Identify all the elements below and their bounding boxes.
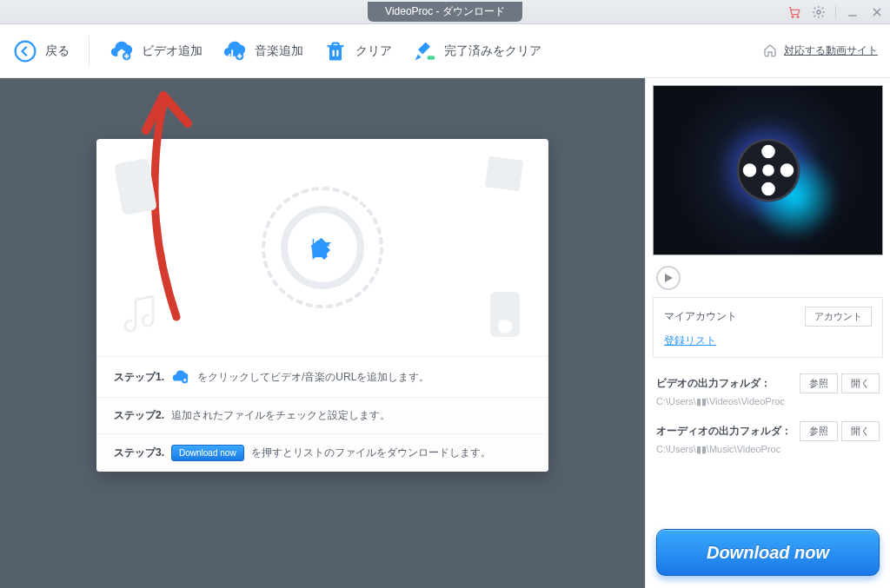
svg-point-22: [780, 163, 794, 177]
brush-icon: [411, 38, 437, 64]
register-list-link[interactable]: 登録リスト: [664, 334, 716, 347]
output-audio-section: オーディオの出力フォルダ： 参照 開く C:\Users\▮▮\Music\Vi…: [646, 413, 890, 460]
svg-point-18: [762, 164, 774, 176]
step-3: ステップ3. Download now を押すとリストのファイルをダウンロードし…: [96, 433, 548, 472]
ghost-phone-icon: [114, 156, 166, 217]
steps-list: ステップ1. をクリックしてビデオ/音楽のURLを追加します。 ステップ2. 追…: [96, 356, 548, 472]
step2-text: 追加されたファイルをチェックと設定します。: [171, 408, 390, 423]
titlebar: VideoProc - ダウンロード: [0, 0, 890, 24]
back-arrow-icon: [12, 38, 38, 64]
clear-label: クリア: [355, 43, 392, 59]
cloud-add-video-icon: [109, 38, 135, 64]
main-area: ステップ1. をクリックしてビデオ/音楽のURLを追加します。 ステップ2. 追…: [0, 78, 645, 588]
audio-output-path: C:\Users\▮▮\Music\VideoProc: [656, 444, 880, 455]
account-label: マイアカウント: [664, 309, 737, 324]
svg-marker-23: [665, 274, 673, 282]
supported-sites-link[interactable]: 対応する動画サイト: [763, 43, 878, 59]
back-label: 戻る: [45, 43, 70, 59]
cart-icon[interactable]: [787, 4, 802, 20]
step-2: ステップ2. 追加されたファイルをチェックと設定します。: [96, 397, 548, 433]
supported-sites-label: 対応する動画サイト: [784, 43, 878, 58]
preview-panel: [653, 85, 883, 255]
step1-label: ステップ1.: [114, 370, 164, 385]
account-panel: マイアカウント アカウント 登録リスト: [653, 297, 883, 358]
svg-point-0: [792, 16, 794, 17]
trash-icon: [322, 38, 349, 64]
svg-rect-11: [114, 158, 157, 215]
ghost-file-icon: [482, 155, 529, 194]
cloud-add-music-icon: [222, 38, 248, 64]
add-video-label: ビデオ追加: [142, 43, 203, 59]
cloud-add-mini-icon: [171, 367, 190, 386]
video-open-button[interactable]: 開く: [841, 373, 880, 393]
sidebar: マイアカウント アカウント 登録リスト ビデオの出力フォルダ： 参照 開く C:…: [645, 78, 890, 588]
download-now-button[interactable]: Download now: [656, 529, 880, 576]
video-output-path: C:\Users\▮▮\Videos\VideoProc: [656, 396, 880, 407]
clear-button[interactable]: クリア: [322, 38, 392, 64]
minimize-icon[interactable]: [845, 4, 860, 20]
svg-rect-10: [428, 56, 435, 59]
film-reel-icon: [734, 136, 802, 204]
play-button[interactable]: [656, 266, 681, 290]
svg-point-20: [761, 182, 775, 196]
step2-label: ステップ2.: [114, 408, 164, 423]
video-browse-button[interactable]: 参照: [800, 373, 838, 393]
ghost-music-icon: [118, 291, 166, 339]
upload-arrow-icon: [308, 233, 337, 262]
audio-browse-button[interactable]: 参照: [800, 421, 838, 441]
add-music-button[interactable]: 音楽追加: [222, 38, 303, 64]
add-music-label: 音楽追加: [255, 43, 303, 59]
window-title: VideoProc - ダウンロード: [368, 2, 522, 22]
step3-mini-button: Download now: [171, 445, 244, 461]
step-1: ステップ1. をクリックしてビデオ/音楽のURLを追加します。: [96, 357, 548, 397]
gear-icon[interactable]: [811, 4, 827, 20]
step3-text: を押すとリストのファイルをダウンロードします。: [251, 446, 491, 460]
clear-done-button[interactable]: 完了済みをクリア: [411, 38, 541, 64]
svg-point-6: [16, 41, 36, 61]
drop-card: ステップ1. をクリックしてビデオ/音楽のURLを追加します。 ステップ2. 追…: [96, 139, 548, 472]
ghost-ipod-icon: [483, 288, 527, 340]
svg-point-1: [797, 16, 799, 17]
svg-rect-12: [485, 155, 524, 191]
output-video-section: ビデオの出力フォルダ： 参照 開く C:\Users\▮▮\Videos\Vid…: [646, 365, 890, 413]
clear-done-label: 完了済みをクリア: [444, 43, 541, 59]
back-button[interactable]: 戻る: [12, 38, 70, 64]
home-icon: [763, 43, 779, 59]
svg-point-19: [761, 145, 775, 159]
svg-point-2: [817, 10, 820, 14]
add-video-button[interactable]: ビデオ追加: [109, 38, 203, 64]
account-button[interactable]: アカウント: [805, 307, 872, 327]
svg-point-14: [498, 320, 512, 334]
step3-label: ステップ3.: [114, 446, 164, 460]
video-output-label: ビデオの出力フォルダ：: [656, 376, 771, 391]
svg-point-21: [742, 163, 756, 177]
drop-zone[interactable]: [96, 139, 548, 356]
audio-output-label: オーディオの出力フォルダ：: [656, 424, 792, 439]
svg-rect-9: [329, 46, 342, 60]
audio-open-button[interactable]: 開く: [841, 421, 880, 441]
step1-text: をクリックしてビデオ/音楽のURLを追加します。: [197, 370, 429, 385]
toolbar: 戻る ビデオ追加 音楽追加 クリア 完了済みをクリア 対応する動画サイト: [0, 24, 890, 78]
close-icon[interactable]: [869, 4, 885, 20]
